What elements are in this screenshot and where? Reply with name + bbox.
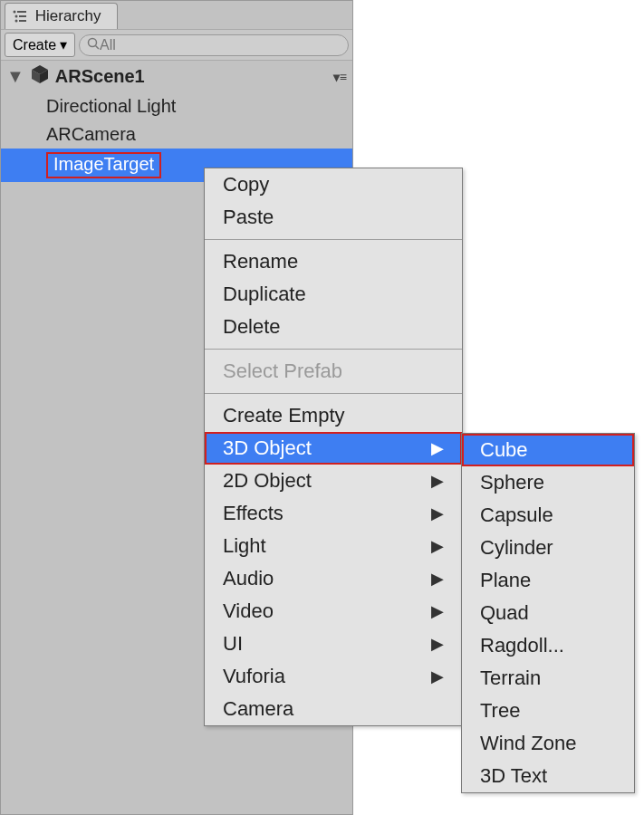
submenu-item-plane[interactable]: Plane [462,564,634,597]
svg-rect-5 [19,20,26,22]
menu-item-vuforia[interactable]: Vuforia ▶ [205,660,462,693]
submenu-item-cube[interactable]: Cube [462,434,634,466]
svg-point-2 [15,15,18,18]
tab-title: Hierarchy [35,7,101,24]
menu-item-duplicate[interactable]: Duplicate [205,278,462,311]
submenu-item-sphere[interactable]: Sphere [462,466,634,499]
submenu-arrow-icon: ▶ [431,471,444,491]
disclosure-triangle-icon[interactable]: ▼ [6,66,24,87]
svg-point-0 [14,11,16,14]
submenu-arrow-icon: ▶ [431,503,444,523]
svg-rect-3 [19,15,26,17]
scene-name: ARScene1 [55,66,145,87]
item-label: ImageTarget [46,152,161,178]
menu-item-effects[interactable]: Effects ▶ [205,497,462,530]
svg-rect-1 [17,11,26,13]
scene-options-icon[interactable]: ▾≡ [333,70,347,84]
scene-row[interactable]: ▼ ARScene1 ▾≡ [1,61,352,92]
submenu-item-3d-text[interactable]: 3D Text [462,760,634,792]
hierarchy-icon [13,7,35,24]
menu-item-rename[interactable]: Rename [205,245,462,278]
menu-separator [205,239,462,240]
create-button[interactable]: Create ▾ [5,33,75,57]
svg-point-4 [15,20,18,23]
menu-item-audio[interactable]: Audio ▶ [205,562,462,595]
toolbar: Create ▾ [1,29,352,61]
menu-item-camera[interactable]: Camera [205,693,462,725]
search-input-wrap[interactable] [79,34,349,56]
menu-item-light[interactable]: Light ▶ [205,530,462,562]
submenu-3d-object: Cube Sphere Capsule Cylinder Plane Quad … [461,433,635,793]
menu-item-2d-object[interactable]: 2D Object ▶ [205,465,462,497]
submenu-item-wind-zone[interactable]: Wind Zone [462,727,634,760]
menu-item-create-empty[interactable]: Create Empty [205,399,462,432]
menu-separator [205,393,462,394]
menu-item-ui[interactable]: UI ▶ [205,628,462,660]
hierarchy-item[interactable]: ARCamera [1,120,352,149]
menu-item-video[interactable]: Video ▶ [205,595,462,628]
menu-item-select-prefab: Select Prefab [205,355,462,388]
submenu-item-quad[interactable]: Quad [462,597,634,629]
submenu-item-ragdoll[interactable]: Ragdoll... [462,629,634,662]
menu-item-3d-object[interactable]: 3D Object ▶ [205,432,462,465]
submenu-arrow-icon: ▶ [431,536,444,556]
search-input[interactable] [100,37,341,53]
submenu-item-cylinder[interactable]: Cylinder [462,532,634,564]
svg-point-6 [89,38,97,46]
hierarchy-item[interactable]: Directional Light [1,92,352,120]
menu-item-paste[interactable]: Paste [205,201,462,234]
context-menu: Copy Paste Rename Duplicate Delete Selec… [204,168,463,726]
hierarchy-body: ▼ ARScene1 ▾≡ Directional Light ARCamera… [1,61,352,182]
create-label: Create [13,37,56,53]
submenu-item-capsule[interactable]: Capsule [462,499,634,532]
item-label: ARCamera [46,124,136,144]
submenu-item-terrain[interactable]: Terrain [462,662,634,695]
unity-scene-icon [30,64,50,89]
submenu-arrow-icon: ▶ [431,438,444,458]
menu-item-copy[interactable]: Copy [205,168,462,201]
dropdown-icon: ▾ [60,36,67,53]
submenu-arrow-icon: ▶ [431,601,444,621]
item-label: Directional Light [46,96,176,116]
hierarchy-tab[interactable]: Hierarchy [5,3,118,29]
submenu-arrow-icon: ▶ [431,666,444,686]
menu-separator [205,349,462,350]
submenu-arrow-icon: ▶ [431,634,444,654]
menu-item-delete[interactable]: Delete [205,311,462,343]
search-icon [87,37,100,53]
submenu-arrow-icon: ▶ [431,569,444,589]
svg-line-7 [96,45,100,49]
submenu-item-tree[interactable]: Tree [462,695,634,727]
